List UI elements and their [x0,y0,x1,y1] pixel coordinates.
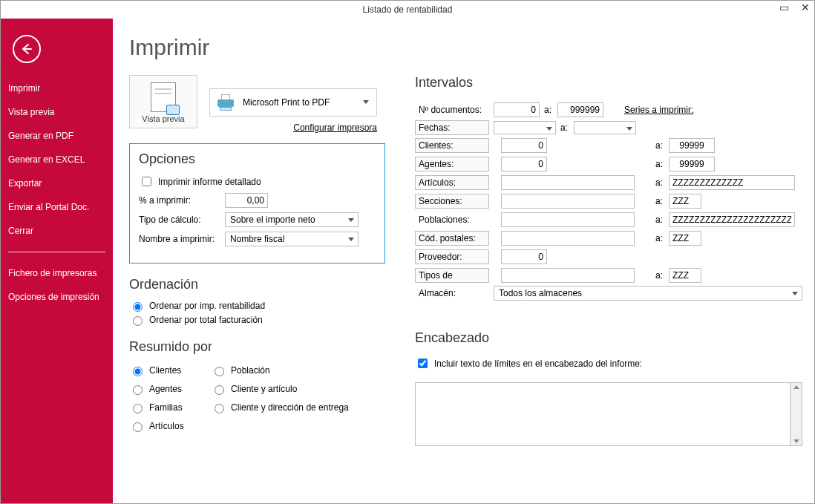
agentes-to-input[interactable] [669,157,715,171]
proveedor-from-input[interactable] [501,249,547,264]
agentes-label-button[interactable]: Agentes: [415,157,489,171]
ndoc-from-input[interactable] [494,102,540,117]
articulos-label-button[interactable]: Artículos: [415,175,489,190]
resumido-poblacion-label[interactable]: Población [231,365,270,376]
detallado-checkbox[interactable] [142,177,151,186]
tipo-calculo-value: Sobre el importe neto [230,215,315,225]
ordenar-facturacion-label[interactable]: Ordenar por total facturación [149,315,263,325]
fechas-from-input[interactable] [494,121,556,134]
resumido-agentes-radio[interactable] [133,385,143,395]
tipo-calculo-label: Tipo de cálculo: [139,215,220,225]
poblaciones-from-input[interactable] [501,212,635,227]
resumido-cliente-direccion-radio[interactable] [215,404,224,413]
tipos-label-button[interactable]: Tipos de [415,268,489,283]
resumido-familias-label[interactable]: Familias [149,402,183,413]
proveedor-label-button[interactable]: Proveedor: [415,249,489,264]
fechas-label-button[interactable]: Fechas: [415,120,489,135]
ordenar-rentabilidad-label[interactable]: Ordenar por imp. rentabilidad [149,301,265,311]
pct-input[interactable] [225,193,268,208]
articulos-to-input[interactable] [669,175,795,190]
sidebar-item-imprimir[interactable]: Imprimir [1,76,113,100]
resumido-cliente-direccion-label[interactable]: Cliente y dirección de entrega [231,402,349,413]
sidebar: Imprimir Vista previa Generar en PDF Gen… [1,19,113,503]
opciones-title: Opciones [139,151,376,167]
printer-selected-name: Microsoft Print to PDF [243,97,330,108]
agentes-from-input[interactable] [501,157,547,171]
sidebar-item-label: Imprimir [8,83,40,94]
resumido-articulos-radio[interactable] [133,422,143,432]
back-button[interactable] [13,35,41,63]
secciones-label-button[interactable]: Secciones: [415,194,489,209]
poblaciones-label: Poblaciones: [415,212,489,227]
clientes-to-input[interactable] [669,138,715,153]
document-preview-icon [151,82,176,112]
title-bar: Listado de rentabilidad ▭ ✕ [1,1,814,19]
chevron-down-icon [348,218,354,222]
resumido-poblacion-radio[interactable] [215,367,224,376]
chevron-down-icon [792,292,798,295]
articulos-from-input[interactable] [501,175,635,190]
ordenar-facturacion-radio[interactable] [133,316,143,326]
sidebar-item-label: Exportar [8,178,42,189]
cpostales-from-input[interactable] [501,231,635,246]
resumido-cliente-articulo-radio[interactable] [215,385,224,395]
a-label: a: [649,177,664,188]
a-label: a: [649,196,664,206]
cpostales-label-button[interactable]: Cód. postales: [415,231,489,246]
resumido-clientes-label[interactable]: Clientes [149,365,181,376]
ordenar-rentabilidad-radio[interactable] [133,302,143,312]
a-label: a: [649,140,664,151]
resumido-title: Resumido por [129,339,385,355]
encabezado-title: Encabezado [415,330,802,346]
sidebar-separator [8,252,105,252]
encabezado-textarea[interactable] [415,382,791,446]
resumido-agentes-label[interactable]: Agentes [149,384,182,394]
almacen-select[interactable]: Todos los almacenes [494,286,802,301]
almacen-label: Almacén: [415,286,489,301]
clientes-label-button[interactable]: Clientes: [415,138,489,153]
vista-previa-button[interactable]: Vista previa [129,75,197,128]
a-label: a: [544,105,553,115]
sidebar-item-vista-previa[interactable]: Vista previa [1,100,113,124]
fechas-to-input[interactable] [574,121,636,134]
detallado-label[interactable]: Imprimir informe detallado [158,177,261,187]
sidebar-item-enviar-portal[interactable]: Enviar al Portal Doc. [1,195,113,219]
scroll-up-icon [793,385,799,389]
sidebar-item-exportar[interactable]: Exportar [1,171,113,195]
printer-selector[interactable]: Microsoft Print to PDF [209,88,377,117]
sidebar-item-generar-pdf[interactable]: Generar en PDF [1,124,113,148]
maximize-icon[interactable]: ▭ [779,2,789,13]
configure-printer-link[interactable]: Configurar impresora [293,122,377,133]
scrollbar[interactable] [791,382,802,446]
resumido-familias-radio[interactable] [133,404,143,413]
chevron-down-icon [626,127,632,131]
incluir-limites-label[interactable]: Incluir texto de límites en el encabezad… [434,359,642,369]
secciones-to-input[interactable] [669,194,701,209]
close-icon[interactable]: ✕ [801,2,810,13]
tipo-calculo-select[interactable]: Sobre el importe neto [225,212,359,227]
sidebar-item-opciones-impresion[interactable]: Opciones de impresión [1,285,113,309]
resumido-clientes-radio[interactable] [133,367,143,376]
sidebar-item-label: Vista previa [8,107,54,117]
page-title: Imprimir [129,35,385,60]
resumido-articulos-label[interactable]: Artículos [149,421,184,431]
secciones-from-input[interactable] [501,194,635,209]
sidebar-item-label: Cerrar [8,226,33,236]
series-imprimir-link[interactable]: Series a imprimir: [624,105,693,115]
ndoc-to-input[interactable] [557,102,603,117]
tipos-from-input[interactable] [501,268,635,283]
a-label: a: [649,233,664,243]
printer-icon [216,94,235,111]
cpostales-to-input[interactable] [669,231,701,246]
clientes-from-input[interactable] [501,138,547,153]
poblaciones-to-input[interactable] [669,212,795,227]
incluir-limites-checkbox[interactable] [418,359,428,368]
a-label: a: [649,270,664,281]
sidebar-item-label: Generar en PDF [8,131,73,141]
tipos-to-input[interactable] [669,268,701,283]
nombre-imprimir-select[interactable]: Nombre fiscal [225,232,359,246]
sidebar-item-cerrar[interactable]: Cerrar [1,219,113,243]
sidebar-item-generar-excel[interactable]: Generar en EXCEL [1,148,113,171]
resumido-cliente-articulo-label[interactable]: Cliente y artículo [231,384,297,394]
sidebar-item-fichero-impresoras[interactable]: Fichero de impresoras [1,261,113,285]
